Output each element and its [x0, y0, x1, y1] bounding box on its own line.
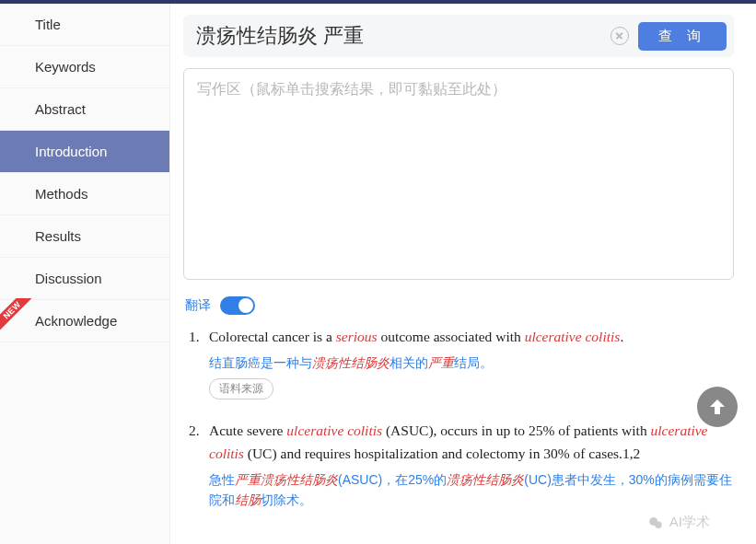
clear-icon[interactable]: [611, 27, 629, 45]
sidebar-item-discussion[interactable]: Discussion: [0, 258, 169, 300]
result-body: Acute severe ulcerative colitis (ASUC), …: [209, 420, 734, 510]
wechat-icon: [647, 515, 664, 531]
sidebar-item-abstract[interactable]: Abstract: [0, 88, 169, 131]
result-number: 2.: [189, 420, 209, 510]
result-translation: 结直肠癌是一种与溃疡性结肠炎相关的严重结局。: [209, 353, 734, 373]
result-number: 1.: [189, 326, 209, 399]
sidebar-item-title[interactable]: Title: [0, 4, 169, 46]
result-item[interactable]: 1.Colorectal cancer is a serious outcome…: [189, 326, 734, 399]
result-english: Colorectal cancer is a serious outcome a…: [209, 326, 734, 349]
search-bar: 查 询: [183, 15, 734, 57]
result-body: Colorectal cancer is a serious outcome a…: [209, 326, 734, 399]
result-item[interactable]: 2.Acute severe ulcerative colitis (ASUC)…: [189, 420, 734, 510]
result-english: Acute severe ulcerative colitis (ASUC), …: [209, 420, 734, 466]
layout: TitleKeywordsAbstractIntroductionMethods…: [0, 4, 756, 544]
result-translation: 急性严重溃疡性结肠炎(ASUC)，在25%的溃疡性结肠炎(UC)患者中发生，30…: [209, 469, 734, 511]
translate-label: 翻译: [185, 297, 211, 314]
main-panel: 查 询 翻译 1.Colorectal cancer is a serious …: [170, 4, 756, 544]
translate-row: 翻译: [185, 296, 734, 315]
svg-point-1: [655, 521, 662, 528]
sidebar-item-acknowledge[interactable]: Acknowledge: [0, 300, 169, 342]
results-list: 1.Colorectal cancer is a serious outcome…: [183, 326, 734, 511]
writing-area[interactable]: [183, 68, 734, 280]
scroll-top-button[interactable]: [697, 387, 738, 427]
sidebar-item-keywords[interactable]: Keywords: [0, 46, 169, 88]
query-button[interactable]: 查 询: [638, 22, 727, 51]
watermark: AI学术: [647, 514, 710, 531]
sidebar-item-methods[interactable]: Methods: [0, 173, 169, 215]
arrow-up-icon: [706, 396, 728, 418]
sidebar-item-introduction[interactable]: Introduction: [0, 131, 169, 173]
sidebar: TitleKeywordsAbstractIntroductionMethods…: [0, 4, 170, 544]
source-tag[interactable]: 语料来源: [209, 378, 273, 399]
sidebar-item-results[interactable]: Results: [0, 215, 169, 258]
search-input[interactable]: [191, 20, 601, 52]
translate-toggle[interactable]: [220, 296, 255, 315]
